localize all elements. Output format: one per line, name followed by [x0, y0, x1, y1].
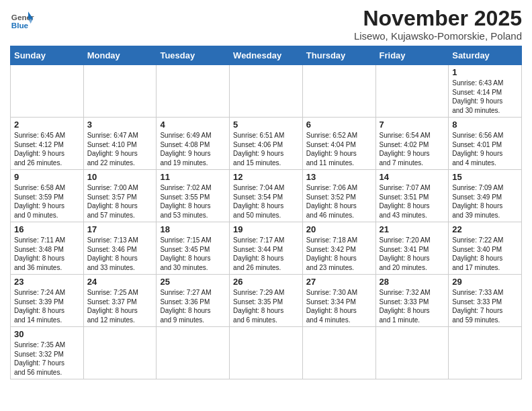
- calendar-cell: 28Sunrise: 7:32 AM Sunset: 3:33 PM Dayli…: [375, 275, 449, 327]
- sun-info: Sunrise: 6:52 AM Sunset: 4:04 PM Dayligh…: [306, 131, 372, 167]
- sun-info: Sunrise: 7:20 AM Sunset: 3:41 PM Dayligh…: [380, 236, 445, 272]
- sun-info: Sunrise: 7:15 AM Sunset: 3:45 PM Dayligh…: [160, 236, 226, 272]
- sun-info: Sunrise: 7:33 AM Sunset: 3:33 PM Dayligh…: [452, 288, 518, 324]
- calendar-cell: 21Sunrise: 7:20 AM Sunset: 3:41 PM Dayli…: [375, 222, 449, 275]
- day-number: 20: [306, 224, 372, 234]
- weekday-header-tuesday: Tuesday: [157, 46, 230, 65]
- calendar-cell: 30Sunrise: 7:35 AM Sunset: 3:32 PM Dayli…: [11, 327, 84, 379]
- day-number: 17: [87, 224, 153, 234]
- calendar-cell: [302, 327, 375, 379]
- calendar-cell: [375, 327, 449, 379]
- sun-info: Sunrise: 6:56 AM Sunset: 4:01 PM Dayligh…: [452, 131, 518, 167]
- day-number: 9: [14, 172, 80, 182]
- svg-text:Blue: Blue: [11, 21, 29, 30]
- day-number: 10: [87, 172, 153, 182]
- week-row-5: 23Sunrise: 7:24 AM Sunset: 3:39 PM Dayli…: [11, 275, 522, 327]
- day-number: 6: [306, 120, 372, 130]
- day-number: 27: [306, 277, 372, 287]
- calendar: SundayMondayTuesdayWednesdayThursdayFrid…: [10, 46, 522, 379]
- calendar-cell: 16Sunrise: 7:11 AM Sunset: 3:48 PM Dayli…: [11, 222, 84, 275]
- sun-info: Sunrise: 7:00 AM Sunset: 3:57 PM Dayligh…: [87, 183, 153, 220]
- day-number: 29: [452, 277, 518, 287]
- day-number: 8: [452, 120, 518, 130]
- calendar-cell: 7Sunrise: 6:54 AM Sunset: 4:02 PM Daylig…: [375, 118, 449, 170]
- calendar-cell: 29Sunrise: 7:33 AM Sunset: 3:33 PM Dayli…: [449, 275, 522, 327]
- day-number: 28: [380, 277, 445, 287]
- week-row-6: 30Sunrise: 7:35 AM Sunset: 3:32 PM Dayli…: [11, 327, 522, 379]
- week-row-1: 1Sunrise: 6:43 AM Sunset: 4:14 PM Daylig…: [11, 65, 522, 118]
- calendar-cell: 26Sunrise: 7:29 AM Sunset: 3:35 PM Dayli…: [230, 275, 303, 327]
- calendar-cell: 10Sunrise: 7:00 AM Sunset: 3:57 PM Dayli…: [83, 170, 157, 222]
- day-number: 30: [14, 329, 80, 339]
- day-number: 16: [14, 224, 80, 234]
- day-number: 5: [233, 120, 299, 130]
- calendar-cell: 18Sunrise: 7:15 AM Sunset: 3:45 PM Dayli…: [157, 222, 230, 275]
- sun-info: Sunrise: 7:35 AM Sunset: 3:32 PM Dayligh…: [14, 340, 80, 377]
- calendar-cell: 24Sunrise: 7:25 AM Sunset: 3:37 PM Dayli…: [83, 275, 157, 327]
- calendar-cell: 17Sunrise: 7:13 AM Sunset: 3:46 PM Dayli…: [83, 222, 157, 275]
- calendar-cell: 5Sunrise: 6:51 AM Sunset: 4:06 PM Daylig…: [230, 118, 303, 170]
- sun-info: Sunrise: 7:13 AM Sunset: 3:46 PM Dayligh…: [87, 236, 153, 272]
- sun-info: Sunrise: 7:02 AM Sunset: 3:55 PM Dayligh…: [160, 183, 226, 220]
- sun-info: Sunrise: 6:43 AM Sunset: 4:14 PM Dayligh…: [452, 79, 518, 115]
- day-number: 18: [160, 224, 226, 234]
- sun-info: Sunrise: 7:32 AM Sunset: 3:33 PM Dayligh…: [380, 288, 445, 324]
- sun-info: Sunrise: 6:45 AM Sunset: 4:12 PM Dayligh…: [14, 131, 80, 167]
- weekday-header-row: SundayMondayTuesdayWednesdayThursdayFrid…: [11, 46, 522, 65]
- calendar-cell: 2Sunrise: 6:45 AM Sunset: 4:12 PM Daylig…: [11, 118, 84, 170]
- sun-info: Sunrise: 7:18 AM Sunset: 3:42 PM Dayligh…: [306, 236, 372, 272]
- calendar-cell: 20Sunrise: 7:18 AM Sunset: 3:42 PM Dayli…: [302, 222, 375, 275]
- calendar-cell: 27Sunrise: 7:30 AM Sunset: 3:34 PM Dayli…: [302, 275, 375, 327]
- calendar-cell: 9Sunrise: 6:58 AM Sunset: 3:59 PM Daylig…: [11, 170, 84, 222]
- day-number: 12: [233, 172, 299, 182]
- calendar-cell: 25Sunrise: 7:27 AM Sunset: 3:36 PM Dayli…: [157, 275, 230, 327]
- sun-info: Sunrise: 7:29 AM Sunset: 3:35 PM Dayligh…: [233, 288, 299, 324]
- sun-info: Sunrise: 7:04 AM Sunset: 3:54 PM Dayligh…: [233, 183, 299, 220]
- weekday-header-wednesday: Wednesday: [230, 46, 303, 65]
- day-number: 22: [452, 224, 518, 234]
- location: Lisewo, Kujawsko-Pomorskie, Poland: [354, 30, 522, 42]
- day-number: 4: [160, 120, 226, 130]
- sun-info: Sunrise: 7:22 AM Sunset: 3:40 PM Dayligh…: [452, 236, 518, 272]
- calendar-cell: 19Sunrise: 7:17 AM Sunset: 3:44 PM Dayli…: [230, 222, 303, 275]
- sun-info: Sunrise: 7:06 AM Sunset: 3:52 PM Dayligh…: [306, 183, 372, 220]
- sun-info: Sunrise: 7:11 AM Sunset: 3:48 PM Dayligh…: [14, 236, 80, 272]
- calendar-cell: 22Sunrise: 7:22 AM Sunset: 3:40 PM Dayli…: [449, 222, 522, 275]
- calendar-cell: [83, 65, 157, 118]
- week-row-3: 9Sunrise: 6:58 AM Sunset: 3:59 PM Daylig…: [11, 170, 522, 222]
- sun-info: Sunrise: 6:51 AM Sunset: 4:06 PM Dayligh…: [233, 131, 299, 167]
- weekday-header-sunday: Sunday: [11, 46, 84, 65]
- day-number: 15: [452, 172, 518, 182]
- day-number: 2: [14, 120, 80, 130]
- day-number: 24: [87, 277, 153, 287]
- calendar-cell: 4Sunrise: 6:49 AM Sunset: 4:08 PM Daylig…: [157, 118, 230, 170]
- calendar-cell: 14Sunrise: 7:07 AM Sunset: 3:51 PM Dayli…: [375, 170, 449, 222]
- month-title: November 2025: [354, 7, 522, 30]
- calendar-cell: 23Sunrise: 7:24 AM Sunset: 3:39 PM Dayli…: [11, 275, 84, 327]
- day-number: 13: [306, 172, 372, 182]
- day-number: 23: [14, 277, 80, 287]
- calendar-cell: [157, 65, 230, 118]
- logo: General Blue: [10, 7, 34, 31]
- day-number: 25: [160, 277, 226, 287]
- calendar-cell: 6Sunrise: 6:52 AM Sunset: 4:04 PM Daylig…: [302, 118, 375, 170]
- calendar-cell: [157, 327, 230, 379]
- sun-info: Sunrise: 7:17 AM Sunset: 3:44 PM Dayligh…: [233, 236, 299, 272]
- day-number: 19: [233, 224, 299, 234]
- day-number: 1: [452, 67, 518, 77]
- weekday-header-monday: Monday: [83, 46, 157, 65]
- calendar-cell: [11, 65, 84, 118]
- weekday-header-saturday: Saturday: [449, 46, 522, 65]
- sun-info: Sunrise: 6:47 AM Sunset: 4:10 PM Dayligh…: [87, 131, 153, 167]
- day-number: 7: [380, 120, 445, 130]
- weekday-header-friday: Friday: [375, 46, 449, 65]
- calendar-cell: 1Sunrise: 6:43 AM Sunset: 4:14 PM Daylig…: [449, 65, 522, 118]
- logo-icon: General Blue: [10, 7, 34, 31]
- week-row-2: 2Sunrise: 6:45 AM Sunset: 4:12 PM Daylig…: [11, 118, 522, 170]
- sun-info: Sunrise: 6:54 AM Sunset: 4:02 PM Dayligh…: [380, 131, 445, 167]
- calendar-cell: [230, 65, 303, 118]
- calendar-cell: 12Sunrise: 7:04 AM Sunset: 3:54 PM Dayli…: [230, 170, 303, 222]
- day-number: 11: [160, 172, 226, 182]
- sun-info: Sunrise: 7:24 AM Sunset: 3:39 PM Dayligh…: [14, 288, 80, 324]
- calendar-cell: [375, 65, 449, 118]
